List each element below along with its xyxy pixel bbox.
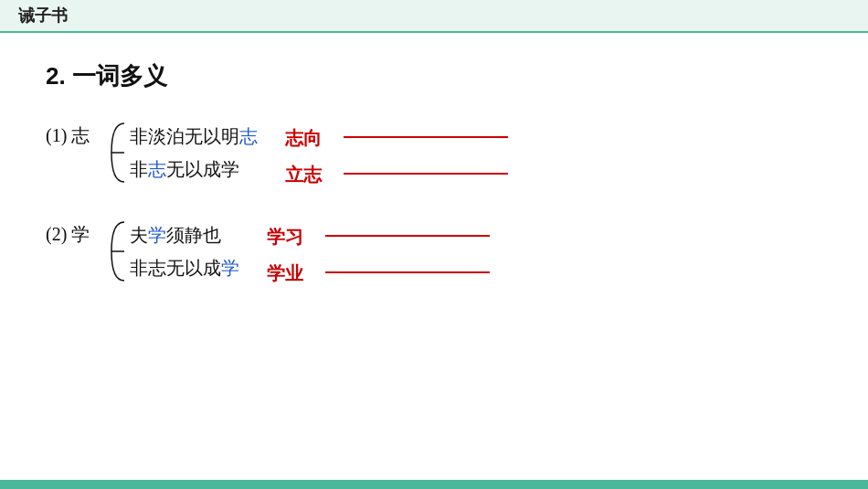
answer-text-zhi-2: 立志 xyxy=(285,158,340,191)
highlight-xue-2: 学 xyxy=(221,258,239,278)
vocab-group-zhi: (1) 志 非淡泊无以明志 非志无以成学 志向 xyxy=(46,120,822,193)
answer-line-xue-1 xyxy=(325,235,490,237)
bracket-left-zhi-icon xyxy=(108,120,126,186)
answer-line-zhi-1 xyxy=(344,136,508,138)
sentence-xue-2: 非志无以成学 xyxy=(130,251,239,284)
answer-line-zhi-2 xyxy=(344,173,508,175)
answer-xue-1: 学习 xyxy=(267,220,490,253)
answer-zhi-2: 立志 xyxy=(285,158,508,191)
sentences-zhi: 非淡泊无以明志 非志无以成学 xyxy=(130,120,258,186)
answer-area-zhi: 志向 立志 xyxy=(285,120,508,193)
highlight-xue-1: 学 xyxy=(148,225,166,245)
page-title: 诫子书 xyxy=(18,5,68,27)
sentence-xue-1: 夫学须静也 xyxy=(130,218,239,251)
bracket-left-xue-icon xyxy=(108,218,126,284)
section-title: 2. 一词多义 xyxy=(46,60,822,92)
bracket-xue: 夫学须静也 非志无以成学 xyxy=(108,218,239,284)
answer-area-xue: 学习 学业 xyxy=(267,218,490,292)
main-content: 2. 一词多义 (1) 志 非淡泊无以明志 非志无以成学 xyxy=(0,33,868,345)
bottom-bar xyxy=(0,480,868,489)
sentences-xue: 夫学须静也 非志无以成学 xyxy=(130,218,239,284)
answer-text-xue-2: 学业 xyxy=(267,257,322,290)
vocab-label-zhi: (1) 志 xyxy=(46,120,101,149)
answer-text-xue-1: 学习 xyxy=(267,220,322,253)
bracket-zhi: 非淡泊无以明志 非志无以成学 xyxy=(108,120,258,186)
sentence-zhi-2: 非志无以成学 xyxy=(130,153,258,186)
answer-zhi-1: 志向 xyxy=(285,122,508,154)
vocab-label-xue: (2) 学 xyxy=(46,218,101,248)
sentence-zhi-1: 非淡泊无以明志 xyxy=(130,120,258,153)
answer-text-zhi-1: 志向 xyxy=(285,122,340,154)
answer-xue-2: 学业 xyxy=(267,257,490,290)
answer-line-xue-2 xyxy=(325,271,490,273)
highlight-zhi-1: 志 xyxy=(239,126,258,146)
vocab-group-xue: (2) 学 夫学须静也 非志无以成学 学习 xyxy=(46,218,822,292)
top-bar: 诫子书 xyxy=(0,0,868,33)
highlight-zhi-2: 志 xyxy=(148,159,166,179)
